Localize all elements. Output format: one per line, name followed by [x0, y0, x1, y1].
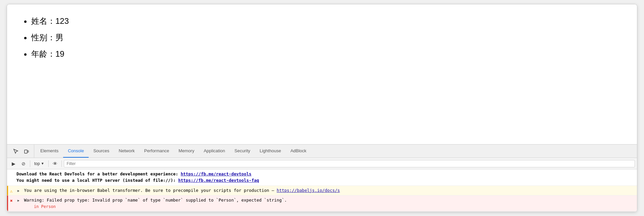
console-message-warning: ⚠ ▶ You are using the in-browser Babel t… [7, 186, 637, 196]
list-item: 姓名：123 [31, 14, 624, 28]
svg-rect-0 [25, 150, 27, 153]
devtools-tabs-bar: Elements Console Sources Network Perform… [7, 145, 637, 158]
console-toolbar: ▶ ⊘ top ▼ 👁 [7, 158, 637, 169]
toolbar-divider-3 [61, 160, 62, 167]
device-toolbar-icon[interactable] [22, 147, 31, 156]
warning-icon: ⚠ [10, 188, 13, 195]
tab-memory[interactable]: Memory [174, 145, 199, 158]
tab-sources[interactable]: Sources [89, 145, 114, 158]
eye-icon[interactable]: 👁 [51, 159, 59, 168]
toolbar-divider-2 [48, 160, 49, 167]
tab-adblock[interactable]: AdBlock [286, 145, 311, 158]
babeljs-link[interactable]: https://babeljs.io/docs/s [277, 188, 340, 193]
list-item: 性别：男 [31, 30, 624, 45]
filter-input[interactable] [64, 160, 635, 167]
expand-error-arrow[interactable]: ▶ [17, 198, 21, 203]
console-message-error: ✖ ▶ Warning: Failed prop type: Invalid p… [7, 196, 637, 212]
expand-warning-arrow[interactable]: ▶ [17, 188, 21, 193]
warning-text: You are using the in-browser Babel trans… [24, 188, 340, 193]
toolbar-divider [30, 160, 30, 167]
info-list: 姓名：123 性别：男 年龄：19 [20, 14, 624, 61]
tab-elements[interactable]: Elements [36, 145, 63, 158]
react-devtools-link[interactable]: https://fb.me/react-devtools [181, 171, 251, 176]
browser-window: 姓名：123 性别：男 年龄：19 [7, 4, 637, 212]
clear-console-button[interactable]: ⊘ [19, 159, 28, 168]
tab-security[interactable]: Security [230, 145, 255, 158]
tab-console[interactable]: Console [63, 145, 89, 158]
console-message-text-2: You might need to use a local HTTP serve… [16, 178, 259, 183]
svg-rect-1 [28, 151, 29, 152]
context-label: top [34, 161, 40, 166]
console-messages: Download the React DevTools for a better… [7, 169, 637, 212]
devtools-icons [8, 145, 34, 158]
list-item: 年龄：19 [31, 47, 624, 61]
run-script-button[interactable]: ▶ [9, 159, 18, 168]
tab-performance[interactable]: Performance [139, 145, 174, 158]
context-selector[interactable]: top ▼ [32, 161, 46, 167]
page-content: 姓名：123 性别：男 年龄：19 [7, 4, 637, 144]
tab-lighthouse[interactable]: Lighthouse [255, 145, 286, 158]
chevron-down-icon: ▼ [41, 162, 44, 165]
inspect-element-icon[interactable] [11, 147, 20, 156]
tab-application[interactable]: Application [199, 145, 230, 158]
console-message-info: Download the React DevTools for a better… [7, 169, 637, 186]
devtools-panel: Elements Console Sources Network Perform… [7, 144, 637, 212]
error-detail: in Person [17, 204, 634, 210]
console-message-text: Download the React DevTools for a better… [16, 171, 251, 176]
error-icon: ✖ [10, 198, 13, 204]
react-devtools-faq-link[interactable]: https://fb.me/react-devtools-faq [178, 178, 259, 183]
devtools-tabs-list: Elements Console Sources Network Perform… [34, 145, 311, 158]
error-text: Warning: Failed prop type: Invalid prop … [24, 198, 287, 203]
tab-network[interactable]: Network [114, 145, 140, 158]
